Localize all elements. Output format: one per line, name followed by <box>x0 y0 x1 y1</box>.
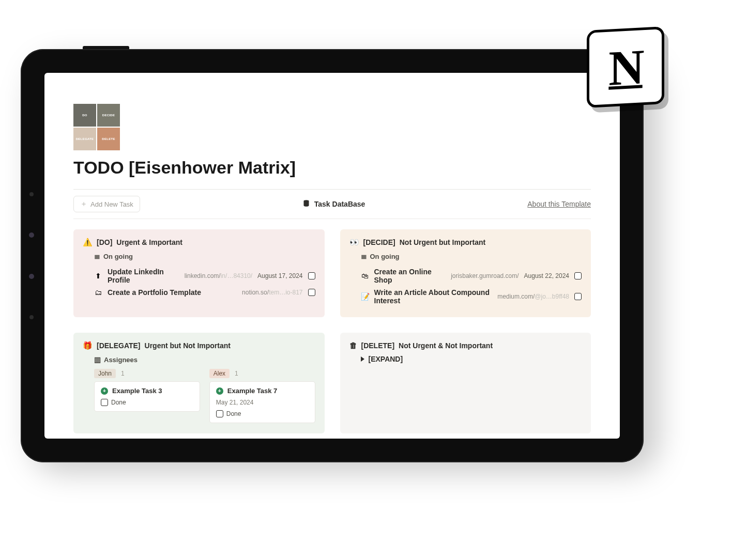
task-row[interactable]: 🗂 Create a Portfolio Template notion.so/… <box>94 286 315 299</box>
task-date: August 22, 2024 <box>524 272 569 279</box>
task-card-done[interactable]: Done <box>216 410 309 417</box>
caret-right-icon <box>361 356 364 362</box>
list-icon: ≣ <box>94 252 100 260</box>
toolbar: ＋ Add New Task Task DataBase About this … <box>73 196 591 212</box>
quadrant-do-subhead: ≣ On going <box>94 252 315 260</box>
trash-icon: 🗑 <box>349 341 357 350</box>
task-card-title: + Example Task 3 <box>101 387 193 395</box>
quadrant-decide: 👀 [DECIDE] Not Urgent but Important ≣ On… <box>340 229 591 317</box>
expand-toggle[interactable]: [EXPAND] <box>361 355 582 363</box>
assignees-row: John 1 + Example Task 3 Done <box>94 369 315 423</box>
quadrant-delete: 🗑 [DELETE] Not Urgent & Not Important [E… <box>340 333 591 433</box>
add-new-task-label: Add New Task <box>90 200 133 208</box>
task-checkbox[interactable] <box>308 272 315 279</box>
divider <box>73 219 591 219</box>
quadrant-do: ⚠️ [DO] Urgent & Important ≣ On going ⬆ … <box>73 229 325 317</box>
assignee-column: John 1 + Example Task 3 Done <box>94 369 200 423</box>
task-card[interactable]: + Example Task 3 Done <box>94 381 200 412</box>
page-icon-cell-delete: DELETE <box>97 128 120 150</box>
expand-label: [EXPAND] <box>369 355 403 363</box>
task-date: August 17, 2024 <box>257 272 302 279</box>
quadrant-do-subhead-label: On going <box>103 253 133 260</box>
page-icon-cell-delegate: DELEGATE <box>73 128 96 150</box>
task-checkbox[interactable] <box>216 410 223 417</box>
quadrant-do-label: Urgent & Important <box>116 238 182 246</box>
task-row[interactable]: ⬆ Update LinkedIn Profile linkedin.com/i… <box>94 266 315 286</box>
tablet-frame: DO DECIDE DELEGATE DELETE TODO [Eisenhow… <box>21 49 644 462</box>
matrix: ⚠️ [DO] Urgent & Important ≣ On going ⬆ … <box>73 229 591 433</box>
page-title[interactable]: TODO [Eisenhower Matrix] <box>73 158 591 178</box>
quadrant-decide-label: Not Urgent but Important <box>400 238 485 246</box>
assignee-pill: Alex <box>209 369 230 378</box>
quadrant-decide-tag: [DECIDE] <box>363 238 395 246</box>
database-icon <box>302 199 310 209</box>
notion-logo-letter: N <box>608 38 642 97</box>
task-meta: notion.so/tem…io-817 <box>242 289 315 296</box>
gift-icon: 🎁 <box>83 341 93 350</box>
page-icon-cell-do: DO <box>73 104 96 127</box>
task-card-title: + Example Task 7 <box>216 387 309 395</box>
assignee-header[interactable]: John 1 <box>94 369 200 378</box>
write-icon: 📝 <box>361 292 369 301</box>
assignee-pill: John <box>94 369 116 378</box>
task-name: Update LinkedIn Profile <box>108 268 179 284</box>
quadrant-delegate-label: Urgent but Not Important <box>145 341 231 350</box>
quadrant-delegate-subhead-label: Assignees <box>104 356 138 364</box>
quadrant-decide-header: 👀 [DECIDE] Not Urgent but Important <box>349 238 582 247</box>
upload-icon: ⬆ <box>94 272 102 280</box>
assignee-count: 1 <box>235 370 238 377</box>
quadrant-delegate: 🎁 [DELEGATE] Urgent but Not Important ▥ … <box>73 333 325 433</box>
assignee-header[interactable]: Alex 1 <box>209 369 315 378</box>
plus-circle-icon: + <box>101 387 108 395</box>
quadrant-delegate-header: 🎁 [DELEGATE] Urgent but Not Important <box>83 341 315 350</box>
about-template-link[interactable]: About this Template <box>527 200 591 208</box>
assignee-column: Alex 1 + Example Task 7 May 21, 2024 <box>209 369 315 423</box>
list-icon: ≣ <box>361 252 367 260</box>
quadrant-delegate-subhead: ▥ Assignees <box>94 355 315 364</box>
task-row[interactable]: 🛍 Create an Online Shop jorisbaker.gumro… <box>361 266 582 286</box>
task-name: Write an Article About Compound Interest <box>374 288 493 305</box>
task-checkbox[interactable] <box>574 272 582 279</box>
task-database-label: Task DataBase <box>314 200 365 208</box>
page-icon[interactable]: DO DECIDE DELEGATE DELETE <box>73 104 591 150</box>
task-card-done[interactable]: Done <box>101 399 193 406</box>
quadrant-decide-subhead-label: On going <box>370 253 400 260</box>
plus-circle-icon: + <box>216 387 223 395</box>
task-checkbox[interactable] <box>574 293 582 300</box>
add-new-task-button[interactable]: ＋ Add New Task <box>73 196 140 212</box>
task-name: Create an Online Shop <box>374 268 446 284</box>
tablet-side-dots <box>29 192 34 319</box>
task-checkbox[interactable] <box>308 289 315 296</box>
eyes-icon: 👀 <box>349 238 359 247</box>
assignee-count: 1 <box>121 370 125 377</box>
quadrant-do-tag: [DO] <box>97 238 112 246</box>
task-meta: medium.com/@jo…b9ff48 <box>497 293 582 300</box>
task-row[interactable]: 📝 Write an Article About Compound Intere… <box>361 286 582 307</box>
quadrant-delete-label: Not Urgent & Not Important <box>399 341 493 350</box>
task-url[interactable]: notion.so/tem…io-817 <box>242 289 302 296</box>
task-meta: jorisbaker.gumroad.com/ August 22, 2024 <box>451 272 582 279</box>
quadrant-delegate-tag: [DELEGATE] <box>97 341 141 350</box>
task-url[interactable]: linkedin.com/in/…84310/ <box>185 272 252 279</box>
quadrant-delete-header: 🗑 [DELETE] Not Urgent & Not Important <box>349 341 582 350</box>
task-card-date: May 21, 2024 <box>216 399 309 406</box>
divider <box>73 189 591 190</box>
task-url[interactable]: medium.com/@jo…b9ff48 <box>497 293 569 300</box>
task-url[interactable]: jorisbaker.gumroad.com/ <box>451 272 519 279</box>
task-meta: linkedin.com/in/…84310/ August 17, 2024 <box>185 272 315 279</box>
template-icon: 🗂 <box>94 288 102 297</box>
warning-icon: ⚠️ <box>83 238 93 247</box>
page-icon-cell-decide: DECIDE <box>97 104 120 127</box>
notion-logo-badge: N <box>587 26 664 108</box>
plus-icon: ＋ <box>80 199 87 209</box>
quadrant-do-header: ⚠️ [DO] Urgent & Important <box>83 238 315 247</box>
task-checkbox[interactable] <box>101 399 108 406</box>
shop-icon: 🛍 <box>361 272 369 280</box>
quadrant-decide-subhead: ≣ On going <box>361 252 582 260</box>
screen: DO DECIDE DELEGATE DELETE TODO [Eisenhow… <box>44 73 620 439</box>
quadrant-delete-tag: [DELETE] <box>361 341 395 350</box>
task-card[interactable]: + Example Task 7 May 21, 2024 Done <box>209 381 315 423</box>
board-icon: ▥ <box>94 355 101 364</box>
task-name: Create a Portfolio Template <box>108 288 237 297</box>
task-database-link[interactable]: Task DataBase <box>302 199 365 209</box>
